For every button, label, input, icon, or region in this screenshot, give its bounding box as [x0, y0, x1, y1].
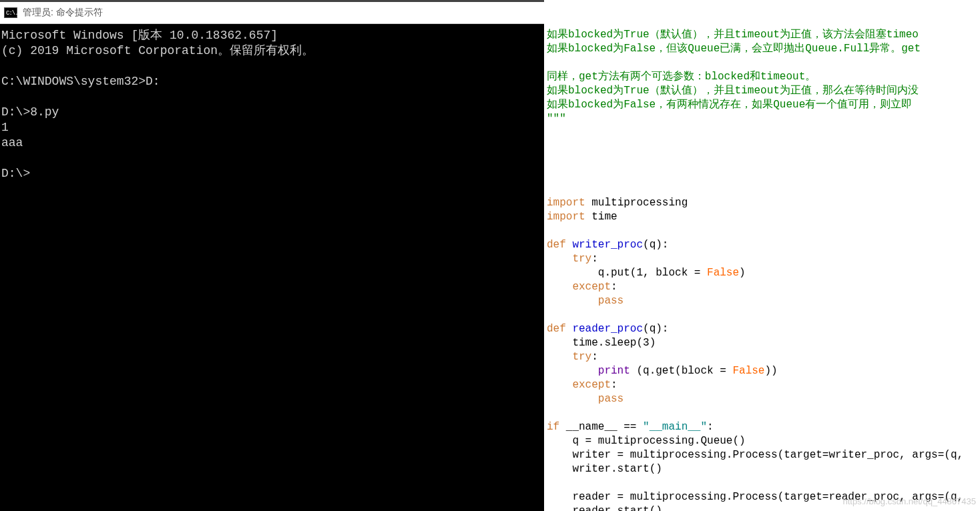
code-token — [547, 295, 598, 307]
code-line: import time — [547, 210, 980, 224]
code-token: if — [547, 421, 566, 433]
code-token — [547, 393, 598, 405]
code-token: : — [611, 281, 618, 293]
code-token: pass — [598, 295, 624, 307]
code-line — [547, 182, 980, 196]
docstring-comment: 如果blocked为True（默认值），并且timeout为正值，该方法会阻塞t… — [544, 28, 980, 126]
code-token: ) — [739, 267, 746, 279]
code-line — [547, 406, 980, 420]
terminal-body[interactable]: Microsoft Windows [版本 10.0.18362.657] (c… — [0, 24, 544, 511]
code-line: time.sleep(3) — [547, 336, 980, 350]
cmd-icon: C:\. — [4, 7, 17, 18]
code-token: 3 — [643, 337, 650, 349]
code-token: pass — [598, 393, 624, 405]
code-token: "__main__" — [643, 421, 707, 433]
code-line: pass — [547, 392, 980, 406]
code-token: import — [547, 197, 591, 209]
code-token: writer_proc — [572, 239, 643, 251]
watermark-text: https://blog.csdn.net/qq_44867435 — [843, 494, 977, 508]
editor-pane: 如果blocked为True（默认值），并且timeout为正值，该方法会阻塞t… — [544, 0, 980, 511]
code-token: def — [547, 323, 572, 335]
code-line: print (q.get(block = False)) — [547, 364, 980, 378]
code-token: , block = — [643, 267, 707, 279]
code-line: try: — [547, 350, 980, 364]
code-token: False — [707, 267, 739, 279]
code-token — [547, 379, 572, 391]
code-line: except: — [547, 280, 980, 294]
code-line: except: — [547, 378, 980, 392]
code-token — [547, 365, 598, 377]
code-line: def writer_proc(q): — [547, 238, 980, 252]
window-title: 管理员: 命令提示符 — [23, 7, 103, 19]
code-line — [547, 224, 980, 238]
code-token: reader_proc — [572, 323, 643, 335]
python-code: import multiprocessingimport time def wr… — [544, 154, 980, 511]
code-token: : — [611, 379, 618, 391]
code-token: : — [707, 421, 714, 433]
code-token: try — [572, 253, 591, 265]
code-line — [547, 308, 980, 322]
code-line: pass — [547, 294, 980, 308]
code-token — [547, 281, 572, 293]
code-line — [547, 168, 980, 182]
code-token: : — [591, 351, 598, 363]
code-line: if __name__ == "__main__": — [547, 420, 980, 434]
code-line: import multiprocessing — [547, 196, 980, 210]
comment-line: 如果blocked为True（默认值），并且timeout为正值，该方法会阻塞t… — [547, 28, 980, 42]
code-line: q.put(1, block = False) — [547, 266, 980, 280]
code-token: (q): — [643, 239, 668, 251]
code-token: reader.start() — [547, 505, 662, 511]
code-line — [547, 154, 980, 168]
code-token: multiprocessing — [591, 197, 688, 209]
code-token — [547, 351, 572, 363]
code-token: writer.start() — [547, 463, 662, 475]
code-token: False — [732, 365, 764, 377]
code-token — [547, 253, 572, 265]
code-token: 1 — [636, 267, 643, 279]
code-token: (q): — [643, 323, 668, 335]
comment-line: 同样，get方法有两个可选参数：blocked和timeout。 — [547, 70, 980, 84]
comment-line: """ — [547, 112, 980, 126]
code-line: q = multiprocessing.Queue() — [547, 434, 980, 448]
code-line: def reader_proc(q): — [547, 322, 980, 336]
comment-line: 如果blocked为False，有两种情况存在，如果Queue有一个值可用，则立… — [547, 98, 980, 112]
code-line: writer.start() — [547, 462, 980, 476]
code-line: writer = multiprocessing.Process(target=… — [547, 448, 980, 462]
code-token: try — [572, 351, 591, 363]
code-token: (q.get(block = — [630, 365, 733, 377]
code-token: )) — [764, 365, 777, 377]
comment-line: 如果blocked为True（默认值），并且timeout为正值，那么在等待时间… — [547, 84, 980, 98]
code-line: try: — [547, 252, 980, 266]
code-token: : — [591, 253, 598, 265]
title-bar[interactable]: C:\. 管理员: 命令提示符 — [0, 0, 544, 24]
code-token: time.sleep( — [547, 337, 643, 349]
code-token: print — [598, 365, 630, 377]
comment-line — [547, 56, 980, 70]
cmd-window: C:\. 管理员: 命令提示符 Microsoft Windows [版本 10… — [0, 0, 544, 511]
code-token: __name__ == — [566, 421, 643, 433]
code-token: except — [572, 281, 611, 293]
code-token: import — [547, 211, 591, 223]
code-token: def — [547, 239, 572, 251]
code-token: except — [572, 379, 611, 391]
code-token: q.put( — [547, 267, 636, 279]
comment-line: 如果blocked为False，但该Queue已满，会立即抛出Queue.Ful… — [547, 42, 980, 56]
code-token: time — [591, 211, 617, 223]
code-line — [547, 476, 980, 490]
code-token: ) — [650, 337, 656, 349]
code-token: writer = multiprocessing.Process(target=… — [547, 449, 963, 461]
code-token: q = multiprocessing.Queue() — [547, 435, 746, 447]
